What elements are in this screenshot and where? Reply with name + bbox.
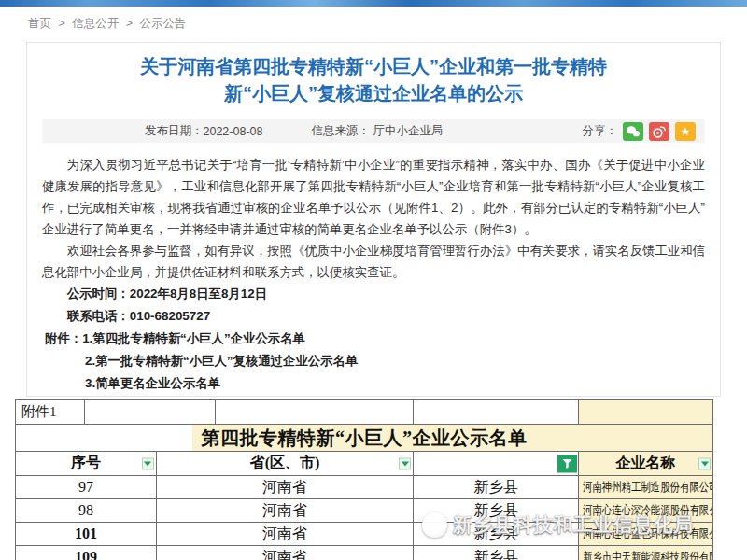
breadcrumb-home[interactable]: 首页 <box>28 17 51 30</box>
breadcrumb: 首页 > 信息公开 > 公示公告 <box>28 16 190 32</box>
article-meta-bar: 发布日期： 2022-08-08 信息来源： 厅中小企业局 分享： ★ <box>42 119 705 143</box>
share-label: 分享： <box>583 123 618 139</box>
breadcrumb-separator: > <box>58 17 64 30</box>
source-value: 厅中小企业局 <box>373 124 443 137</box>
cell-company-text: 新乡市中天新能源科技股份有限公司 <box>583 549 713 560</box>
cell-company: 河南心连心深冷能源股份有限公司 <box>579 499 713 523</box>
cell-county: 新乡县 <box>414 523 579 546</box>
cell-seq: 101 <box>16 523 157 546</box>
sheet-header-row: 序号 省(区、市) 企业名称 <box>16 452 713 476</box>
cell-county: 新乡县 <box>414 476 579 499</box>
notice-time: 公示时间：2022年8月8日至8月12日 <box>42 283 705 305</box>
cell-company-text: 河南心连心深冷能源股份有限公司 <box>583 502 713 519</box>
breadcrumb-separator: > <box>126 17 133 30</box>
filter-dropdown-icon <box>142 457 154 469</box>
page-title: 关于河南省第四批专精特新“小巨人”企业和第一批专精特 新“小巨人”复核通过企业名… <box>27 53 720 107</box>
weibo-icon[interactable] <box>649 122 669 141</box>
paragraph-1: 为深入贯彻习近平总书记关于“培育一批‘专精特新’中小企业”的重要指示精神，落实中… <box>42 154 705 240</box>
sheet-corner-label: 附件1 <box>16 400 85 425</box>
cell-county: 新乡县 <box>414 546 579 560</box>
attachment-link-2[interactable]: 2.第一批专精特新“小巨人”复核通过企业公示名单 <box>42 350 705 372</box>
publish-date-label: 发布日期： <box>145 123 204 139</box>
breadcrumb-info-disclosure[interactable]: 信息公开 <box>72 17 119 30</box>
sheet-empty-cell <box>85 400 216 425</box>
table-row: 98 河南省 新乡县 河南心连心深冷能源股份有限公司 <box>16 499 713 523</box>
wechat-icon[interactable] <box>623 122 643 141</box>
header-county <box>414 452 579 476</box>
header-company-label: 企业名称 <box>616 454 676 473</box>
article-body: 为深入贯彻习近平总书记关于“培育一批‘专精特新’中小企业”的重要指示精神，落实中… <box>27 143 720 397</box>
breadcrumb-current: 公示公告 <box>140 17 187 30</box>
cell-province: 河南省 <box>157 523 415 546</box>
sheet-empty-cell <box>216 400 415 425</box>
cell-province: 河南省 <box>157 476 415 499</box>
source-label: 信息来源： <box>311 124 370 137</box>
cell-province: 河南省 <box>157 546 415 560</box>
attachment-link-1[interactable]: 1.第四批专精特新“小巨人”企业公示名单 <box>82 331 305 345</box>
top-blue-bar <box>0 0 747 7</box>
page-title-line1: 关于河南省第四批专精特新“小巨人”企业和第一批专精特 <box>27 53 720 80</box>
cell-company: 新乡市中天新能源科技股份有限公司 <box>579 546 713 560</box>
cell-company: 河南心连心蓝色环保科技有限公司 <box>579 523 713 546</box>
sheet-empty-cell <box>579 400 713 425</box>
cell-seq: 98 <box>16 499 157 523</box>
page-title-line2: 新“小巨人”复核通过企业名单的公示 <box>27 80 720 107</box>
header-seq: 序号 <box>16 452 157 476</box>
attachments-block: 附件：1.第四批专精特新“小巨人”企业公示名单 2.第一批专精特新“小巨人”复核… <box>42 328 705 395</box>
header-seq-label: 序号 <box>71 454 101 473</box>
cell-company-text: 河南神州精工制造股份有限公司 <box>583 479 713 496</box>
sheet-title: 第四批专精特新“小巨人”企业公示名单 <box>16 425 713 452</box>
sheet-empty-cell <box>414 400 579 425</box>
article-container: 关于河南省第四批专精特新“小巨人”企业和第一批专精特 新“小巨人”复核通过企业名… <box>26 42 721 397</box>
cell-company-text: 河南心连心蓝色环保科技有限公司 <box>583 525 713 542</box>
paragraph-2: 欢迎社会各界参与监督，如有异议，按照《优质中小企业梯度培育管理暂行办法》中有关要… <box>42 240 705 283</box>
header-province-label: 省(区、市) <box>250 454 320 473</box>
cell-county: 新乡县 <box>414 499 579 523</box>
share-group: 分享： ★ <box>583 122 706 141</box>
publish-date-value: 2022-08-08 <box>204 125 263 138</box>
table-row: 101 河南省 新乡县 河南心连心蓝色环保科技有限公司 <box>16 523 713 546</box>
header-province: 省(区、市) <box>157 452 415 476</box>
contact-phone: 联系电话：010-68205727 <box>42 305 705 328</box>
sheet-title-row: 第四批专精特新“小巨人”企业公示名单 <box>16 425 713 452</box>
active-filter-funnel-icon <box>557 455 577 472</box>
qzone-star-icon[interactable]: ★ <box>675 122 696 141</box>
cell-province: 河南省 <box>157 499 415 523</box>
attachments-label: 附件： <box>45 331 82 345</box>
cell-seq: 97 <box>16 476 157 499</box>
table-row: 97 河南省 新乡县 河南神州精工制造股份有限公司 <box>16 476 713 499</box>
cell-seq: 109 <box>16 546 157 560</box>
attachment-spreadsheet: 附件1 第四批专精特新“小巨人”企业公示名单 序号 省(区、市) 企业名称 <box>15 399 713 560</box>
sign-date: 2002年8月8日 <box>42 396 705 397</box>
cell-company: 河南神州精工制造股份有限公司 <box>579 476 713 499</box>
header-company: 企业名称 <box>579 452 713 476</box>
filter-dropdown-icon <box>399 457 411 469</box>
filter-dropdown-icon <box>698 457 711 469</box>
attachment-link-3[interactable]: 3.简单更名企业公示名单 <box>42 372 705 395</box>
sheet-corner-row: 附件1 <box>16 400 713 425</box>
table-row: 109 河南省 新乡县 新乡市中天新能源科技股份有限公司 <box>16 546 713 560</box>
